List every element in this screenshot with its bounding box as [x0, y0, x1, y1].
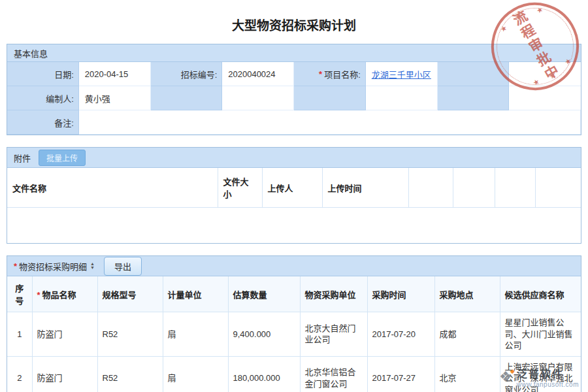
- table-cell: 扇: [163, 312, 228, 357]
- vendor-watermark: ❖ 泛普软件 www.fanpusoft.com: [499, 365, 579, 388]
- remark-value: [79, 110, 581, 135]
- basic-info-panel: 基本信息 日期: 2020-04-15 招标编号: 2020040024 *项目…: [7, 44, 581, 135]
- table-cell: 180,000.000: [228, 356, 300, 392]
- table-cell: 星星门业销售公司、大川门业销售公司: [500, 312, 581, 357]
- table-cell: R52: [97, 312, 163, 357]
- detail-table: 序号*物品名称规格型号计量单位估算数量物资采购单位采购时间采购地点候选供应商名称…: [7, 276, 581, 392]
- attachments-section-bar: 附件 批量上传: [7, 148, 581, 168]
- basic-info-section-bar: 基本信息: [7, 44, 581, 62]
- column-header: 文件大小: [218, 168, 262, 208]
- detail-header-row: 序号*物品名称规格型号计量单位估算数量物资采购单位采购时间采购地点候选供应商名称: [7, 276, 581, 312]
- attachments-section-title: 附件: [14, 152, 31, 164]
- column-header: 文件名称: [7, 168, 218, 208]
- table-cell: 北京华信铝合金门窗公司: [300, 356, 367, 392]
- table-cell: 北京: [434, 356, 500, 392]
- export-button[interactable]: 导出: [104, 257, 142, 276]
- table-row[interactable]: 1防盗门R52扇9,400.000北京大自然门业公司2017-07-20成都星星…: [7, 312, 581, 357]
- column-header: *物品名称: [32, 276, 97, 312]
- author-label: 编制人:: [7, 86, 79, 110]
- attachments-header-row: 文件名称文件大小上传人上传时间: [7, 168, 581, 208]
- project-link[interactable]: 龙湖三千里小区: [372, 68, 431, 80]
- column-header: 上传时间: [322, 168, 408, 208]
- empty-label-cell: [438, 86, 510, 110]
- empty-value-cell: [509, 62, 581, 86]
- table-cell: 防盗门: [32, 356, 97, 392]
- date-label: 日期:: [7, 62, 79, 86]
- attachments-panel: 附件 批量上传 文件名称文件大小上传人上传时间: [7, 147, 581, 244]
- column-header: 计量单位: [163, 276, 228, 312]
- attachments-table: 文件名称文件大小上传人上传时间: [7, 168, 581, 208]
- empty-label-cell: [151, 86, 223, 110]
- empty-value-cell: [509, 86, 581, 110]
- table-cell: 9,400.000: [228, 312, 300, 357]
- vendor-name: 泛普软件: [517, 365, 579, 381]
- column-header: [495, 168, 535, 208]
- vendor-url: www.fanpusoft.com: [517, 381, 579, 388]
- required-asterisk: *: [37, 290, 41, 300]
- batch-upload-button[interactable]: 批量上传: [39, 150, 86, 166]
- vendor-text: 泛普软件 www.fanpusoft.com: [517, 365, 579, 388]
- attachments-empty-area: [7, 208, 581, 243]
- column-header: 上传人: [262, 168, 322, 208]
- empty-value-cell: [222, 86, 294, 110]
- detail-table-body: 1防盗门R52扇9,400.000北京大自然门业公司2017-07-20成都星星…: [7, 312, 581, 392]
- required-asterisk: *: [319, 69, 322, 79]
- table-cell: 防盗门: [32, 312, 97, 357]
- table-cell: 1: [7, 312, 32, 357]
- table-cell: 2: [7, 356, 32, 392]
- table-cell: 扇: [163, 356, 228, 392]
- column-header: 序号: [7, 276, 32, 312]
- date-value: 2020-04-15: [79, 62, 151, 86]
- column-header: [453, 168, 495, 208]
- column-header: 物资采购单位: [300, 276, 367, 312]
- table-cell: 2017-07-27: [367, 356, 434, 392]
- fanpu-logo-icon: ❖: [499, 370, 512, 384]
- table-cell: 2017-07-20: [367, 312, 434, 357]
- table-row[interactable]: 2防盗门R52扇180,000.000北京华信铝合金门窗公司2017-07-27…: [7, 356, 581, 392]
- basic-info-grid: 日期: 2020-04-15 招标编号: 2020040024 *项目名称: 龙…: [7, 62, 581, 135]
- detail-section-bar: * 物资招标采购明细 ▲▼ 导出: [7, 256, 581, 276]
- column-header: [408, 168, 453, 208]
- column-header: 采购时间: [367, 276, 434, 312]
- detail-panel: * 物资招标采购明细 ▲▼ 导出 序号*物品名称规格型号计量单位估算数量物资采购…: [7, 255, 581, 392]
- table-cell: R52: [97, 356, 163, 392]
- bid-number-label: 招标编号:: [151, 62, 223, 86]
- project-name-value: 龙湖三千里小区: [366, 62, 438, 86]
- detail-section-title: 物资招标采购明细: [19, 260, 87, 272]
- table-cell: 北京大自然门业公司: [300, 312, 367, 357]
- column-header: 规格型号: [97, 276, 163, 312]
- column-header: 估算数量: [228, 276, 300, 312]
- column-header: 采购地点: [434, 276, 500, 312]
- table-cell: 成都: [434, 312, 500, 357]
- column-header: [535, 168, 581, 208]
- project-name-label: *项目名称:: [294, 62, 366, 86]
- empty-label-cell: [294, 86, 366, 110]
- empty-value-cell: [366, 86, 438, 110]
- column-header: 候选供应商名称: [500, 276, 581, 312]
- bid-number-value: 2020040024: [222, 62, 294, 86]
- page-title: 大型物资招标采购计划: [0, 0, 588, 44]
- sort-icon[interactable]: ▲▼: [90, 262, 95, 270]
- basic-info-section-title: 基本信息: [14, 47, 48, 59]
- required-asterisk: *: [14, 261, 17, 271]
- empty-label-cell: [438, 62, 510, 86]
- remark-label: 备注:: [7, 110, 79, 135]
- author-value: 黄小强: [79, 86, 151, 110]
